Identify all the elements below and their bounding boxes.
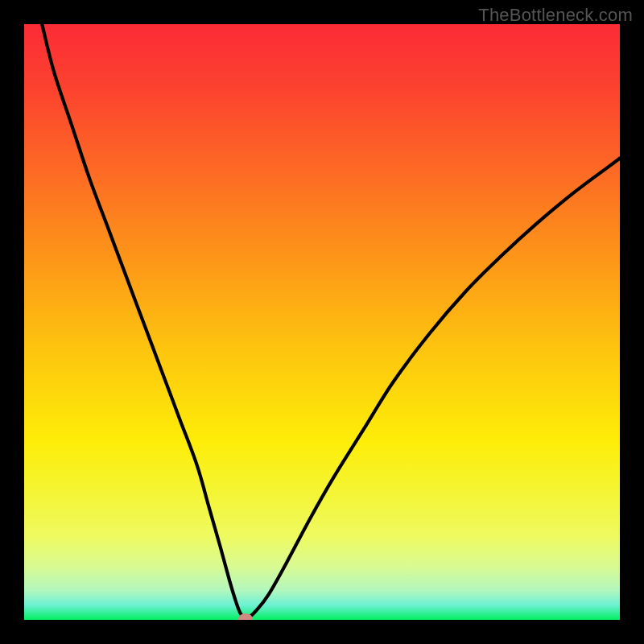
bottleneck-curve (42, 24, 620, 619)
watermark-text: TheBottleneck.com (478, 5, 633, 26)
chart-container: TheBottleneck.com (0, 0, 644, 644)
plot-area (24, 24, 620, 620)
optimal-point-marker (238, 613, 253, 620)
curve-svg (24, 24, 620, 620)
